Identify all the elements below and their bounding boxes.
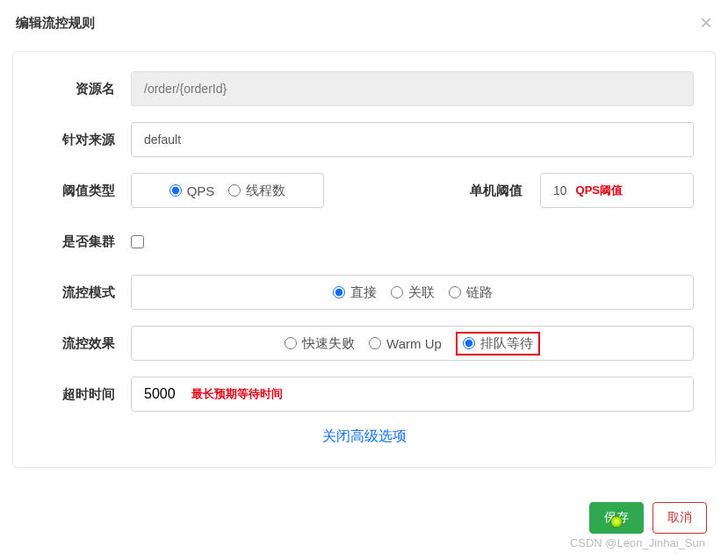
radio-mode-direct-label: 直接 <box>350 284 377 301</box>
row-source: 针对来源 default <box>34 122 694 157</box>
label-threshold-type: 阈值类型 <box>34 183 131 199</box>
cancel-button-label: 取消 <box>667 510 692 526</box>
radio-effect-fail-label: 快速失败 <box>302 335 355 352</box>
row-cluster: 是否集群 <box>34 224 694 259</box>
radio-mode-direct[interactable]: 直接 <box>333 284 377 301</box>
cluster-checkbox[interactable] <box>131 235 144 248</box>
cancel-button[interactable]: 取消 <box>652 502 707 534</box>
label-single-threshold: 单机阈值 <box>470 183 523 199</box>
row-resource: 资源名 /order/{orderId} <box>34 71 694 106</box>
form-panel: 资源名 /order/{orderId} 针对来源 default 阈值类型 Q… <box>12 51 716 468</box>
resource-input: /order/{orderId} <box>131 71 694 106</box>
source-input[interactable]: default <box>131 122 694 157</box>
row-threshold: 阈值类型 QPS 线程数 单机阈值 10 QPS阈值 <box>34 173 694 208</box>
radio-mode-chain-label: 链路 <box>466 284 493 301</box>
row-mode: 流控模式 直接 关联 链路 <box>34 275 694 310</box>
radio-mode-chain-input[interactable] <box>449 286 461 298</box>
radio-effect-queue-label: 排队等待 <box>480 335 533 352</box>
radio-effect-warmup-label: Warm Up <box>386 336 442 351</box>
radio-effect-queue-input[interactable] <box>463 337 475 349</box>
radio-mode-relate-label: 关联 <box>408 284 435 301</box>
radio-mode-relate[interactable]: 关联 <box>391 284 435 301</box>
label-source: 针对来源 <box>34 132 131 148</box>
threshold-type-group: QPS 线程数 <box>131 173 324 208</box>
label-effect: 流控效果 <box>34 335 131 352</box>
threshold-value: 10 <box>553 183 567 197</box>
dialog-actions: 保存 取消 <box>589 502 707 534</box>
resource-value: /order/{orderId} <box>144 82 227 96</box>
radio-qps-label: QPS <box>187 183 215 198</box>
radio-effect-warmup[interactable]: Warm Up <box>369 336 442 351</box>
save-button[interactable]: 保存 <box>589 502 644 534</box>
radio-effect-fail[interactable]: 快速失败 <box>285 335 355 352</box>
label-mode: 流控模式 <box>34 284 131 301</box>
label-resource: 资源名 <box>34 81 131 97</box>
radio-threads-input[interactable] <box>228 184 241 197</box>
watermark: CSDN @Leon_Jinhai_Sun <box>570 536 705 549</box>
radio-effect-fail-input[interactable] <box>285 337 297 349</box>
radio-mode-chain[interactable]: 链路 <box>449 284 493 301</box>
label-cluster: 是否集群 <box>34 233 131 250</box>
advanced-row: 关闭高级选项 <box>34 427 694 446</box>
dialog-title: 编辑流控规则 <box>16 15 95 32</box>
close-icon[interactable]: × <box>700 11 712 35</box>
cursor-icon <box>610 516 623 528</box>
timeout-input[interactable]: 5000 最长预期等待时间 <box>131 377 694 412</box>
radio-threads-label: 线程数 <box>246 183 285 199</box>
source-value: default <box>144 133 181 147</box>
dialog-header: 编辑流控规则 × <box>0 0 728 46</box>
row-effect: 流控效果 快速失败 Warm Up 排队等待 <box>34 326 694 361</box>
radio-qps[interactable]: QPS <box>169 183 215 198</box>
effect-group: 快速失败 Warm Up 排队等待 <box>131 326 694 361</box>
radio-effect-warmup-input[interactable] <box>369 337 381 349</box>
row-timeout: 超时时间 5000 最长预期等待时间 <box>34 377 694 412</box>
radio-qps-input[interactable] <box>169 184 182 197</box>
radio-mode-relate-input[interactable] <box>391 286 403 298</box>
radio-effect-queue[interactable]: 排队等待 <box>463 335 533 352</box>
radio-threads[interactable]: 线程数 <box>228 183 285 199</box>
timeout-value: 5000 <box>144 386 176 402</box>
mode-group: 直接 关联 链路 <box>131 275 694 310</box>
radio-mode-direct-input[interactable] <box>333 286 345 298</box>
highlight-queue-wait: 排队等待 <box>456 332 540 355</box>
advanced-toggle-link[interactable]: 关闭高级选项 <box>322 427 407 446</box>
threshold-annotation: QPS阈值 <box>576 183 623 198</box>
label-timeout: 超时时间 <box>34 386 131 403</box>
threshold-input[interactable]: 10 QPS阈值 <box>540 173 694 208</box>
timeout-annotation: 最长预期等待时间 <box>191 386 283 402</box>
